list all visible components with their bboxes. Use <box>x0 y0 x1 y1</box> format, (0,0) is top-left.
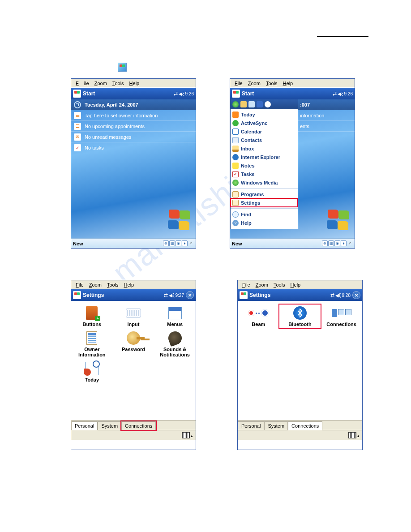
keyboard-icon[interactable] <box>182 432 190 438</box>
menu-zoom[interactable]: Zoom <box>245 80 263 87</box>
clock-text[interactable]: 9:27 <box>176 293 184 298</box>
keyboard-icon[interactable] <box>348 432 356 438</box>
appt-peek: ents <box>300 124 309 129</box>
clock-text[interactable]: 9:26 <box>185 91 194 96</box>
start-flag-icon[interactable] <box>232 90 240 98</box>
tray-icon[interactable]: ▦ <box>328 240 334 246</box>
settings-menus[interactable]: Menus <box>154 305 196 328</box>
settings-beam[interactable]: Beam <box>238 305 279 328</box>
connectivity-icon[interactable] <box>174 91 178 97</box>
settings-input[interactable]: Input <box>113 305 154 328</box>
tray-icon[interactable]: ♦ <box>341 240 347 246</box>
close-button[interactable] <box>186 291 194 299</box>
tasks-icon: ✓ <box>74 144 81 151</box>
folder-icon <box>232 191 239 197</box>
settings-bluetooth[interactable]: Bluetooth <box>279 305 321 328</box>
tray-icon[interactable]: ◉ <box>334 240 340 246</box>
menu-zoom[interactable]: Zoom <box>92 80 110 87</box>
tray-icon[interactable]: ♦ <box>182 240 188 246</box>
menu-help[interactable]: Help <box>280 80 296 87</box>
settings-password[interactable]: Password <box>113 330 154 358</box>
tab-connections[interactable]: Connections <box>288 421 322 430</box>
settings-today[interactable]: Today <box>71 360 113 383</box>
menu-tasks[interactable]: Tasks <box>231 170 298 178</box>
today-date-row[interactable]: Tuesday, April 24, 2007 <box>71 99 196 110</box>
menu-notes[interactable]: Notes <box>231 161 298 170</box>
menu-file[interactable]: File <box>240 281 253 288</box>
settings-owner[interactable]: Owner Information <box>71 330 113 358</box>
menu-activesync[interactable]: ActiveSync <box>231 119 298 127</box>
menu-settings[interactable]: Settings <box>231 198 298 207</box>
tab-system[interactable]: System <box>98 421 121 430</box>
tasks-row[interactable]: ✓ No tasks <box>71 142 196 153</box>
tab-connections[interactable]: Connections <box>121 421 156 430</box>
menu-tools[interactable]: Tools <box>104 281 121 288</box>
start-flag-icon[interactable] <box>73 291 81 299</box>
start-flag-icon[interactable] <box>73 90 81 98</box>
menu-calendar[interactable]: Calendar <box>231 127 298 136</box>
settings-buttons[interactable]: Buttons <box>71 305 113 328</box>
settings-connections[interactable]: Connections <box>321 305 362 328</box>
start-flag-icon[interactable] <box>240 291 248 299</box>
tab-personal[interactable]: Personal <box>238 421 264 430</box>
menu-find[interactable]: Find <box>231 210 298 219</box>
connectivity-icon[interactable] <box>333 91 337 97</box>
menu-file[interactable]: File <box>73 80 92 87</box>
sip-arrow-icon[interactable] <box>191 433 193 438</box>
command-bar: New ⊕ ▦ ◉ ♦ Y <box>230 238 355 248</box>
connectivity-icon[interactable] <box>164 292 168 298</box>
menu-inbox[interactable]: Inbox <box>231 144 298 153</box>
menu-help[interactable]: Help <box>121 281 137 288</box>
signal-icon[interactable]: Y <box>188 240 194 246</box>
clock-text[interactable]: 9:28 <box>342 293 351 298</box>
menu-contacts[interactable]: Contacts <box>231 136 298 144</box>
owner-info-row[interactable]: ☰ Tap here to set owner information <box>71 110 196 121</box>
close-button[interactable] <box>352 291 360 299</box>
recent-icon[interactable] <box>240 101 247 107</box>
recent-icon[interactable] <box>232 101 239 107</box>
volume-icon[interactable]: ◀ξ <box>169 293 174 298</box>
messages-row[interactable]: ✉ No unread messages <box>71 132 196 142</box>
recent-icon[interactable] <box>265 101 271 107</box>
volume-icon[interactable]: ◀ξ <box>335 293 341 298</box>
tab-personal[interactable]: Personal <box>71 421 98 430</box>
volume-icon[interactable]: ◀ξ <box>179 91 184 96</box>
menu-help[interactable]: Help <box>231 219 298 227</box>
menu-file[interactable]: File <box>232 80 245 87</box>
sip-arrow-icon[interactable] <box>357 433 360 438</box>
volume-icon[interactable]: ◀ξ <box>338 91 343 96</box>
connectivity-icon[interactable] <box>330 292 334 298</box>
owner-icon: ☰ <box>74 112 81 119</box>
menu-tools[interactable]: Tools <box>110 80 127 87</box>
appointments-row[interactable]: ☰ No upcoming appointments <box>71 121 196 132</box>
title-bar: Settings ◀ξ 9:27 <box>71 289 196 301</box>
owner-text: Tap here to set owner information <box>85 113 158 118</box>
tab-system[interactable]: System <box>264 421 288 430</box>
recent-icon[interactable] <box>248 101 255 107</box>
tray-icon[interactable]: ◉ <box>176 240 181 246</box>
title-text[interactable]: Start <box>83 90 174 97</box>
menu-zoom[interactable]: Zoom <box>86 281 104 288</box>
tray-icon[interactable]: ⊕ <box>163 240 169 246</box>
menu-ie[interactable]: Internet Explorer <box>231 153 298 161</box>
clock-text[interactable]: 9:26 <box>344 91 353 96</box>
menu-tools[interactable]: Tools <box>263 80 280 87</box>
new-button[interactable]: New <box>73 241 163 246</box>
new-button[interactable]: New <box>232 241 322 246</box>
menu-windows-media[interactable]: Windows Media <box>231 178 298 187</box>
menu-today[interactable]: Today <box>231 110 298 119</box>
menu-tools[interactable]: Tools <box>271 281 288 288</box>
menu-programs[interactable]: Programs <box>231 190 298 198</box>
menu-help[interactable]: Help <box>127 80 142 87</box>
menu-file[interactable]: File <box>73 281 86 288</box>
signal-icon[interactable]: Y <box>347 240 353 246</box>
tab-bar: Personal System Connections <box>238 420 362 430</box>
recent-icon[interactable] <box>257 101 263 107</box>
settings-sounds[interactable]: Sounds & Notifications <box>154 330 196 358</box>
tray-icon[interactable]: ⊕ <box>322 240 328 246</box>
menu-zoom[interactable]: Zoom <box>253 281 271 288</box>
title-text[interactable]: Start <box>242 90 333 97</box>
tray-icon[interactable]: ▦ <box>169 240 175 246</box>
clock-icon <box>74 101 81 108</box>
menu-help[interactable]: Help <box>288 281 304 288</box>
